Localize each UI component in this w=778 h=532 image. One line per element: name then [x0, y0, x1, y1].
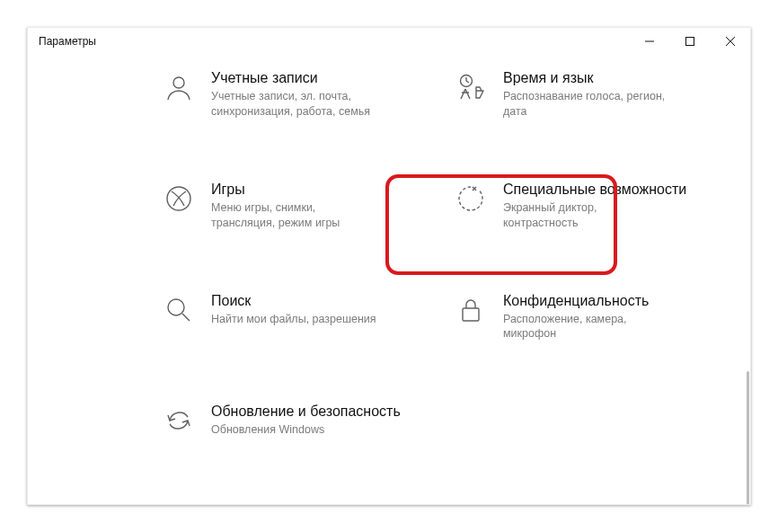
- category-desc: Распознавание голоса, регион, дата: [503, 89, 674, 120]
- category-title: Игры: [211, 181, 382, 199]
- window-title: Параметры: [39, 35, 96, 48]
- update-icon: [163, 404, 195, 437]
- search-icon: [163, 294, 195, 326]
- minimize-button[interactable]: [629, 28, 669, 55]
- category-desc: Расположение, камера, микрофон: [503, 312, 674, 342]
- svg-point-1: [173, 77, 184, 88]
- svg-point-3: [167, 187, 190, 210]
- lock-icon: [455, 294, 487, 326]
- category-desc: Найти мои файлы, разрешения: [211, 312, 376, 327]
- category-title: Обновление и безопасность: [211, 403, 401, 421]
- time-language-icon: [455, 71, 487, 103]
- scrollbar[interactable]: [743, 102, 750, 488]
- svg-point-4: [168, 299, 184, 315]
- category-title: Время и язык: [503, 69, 674, 87]
- category-title: Специальные возможности: [503, 181, 686, 199]
- category-update-security[interactable]: Обновление и безопасность Обновления Win…: [163, 397, 428, 443]
- category-gaming[interactable]: Игры Меню игры, снимки, трансляция, режи…: [163, 175, 428, 236]
- category-ease-of-access[interactable]: Специальные возможности Экранный диктор,…: [455, 175, 720, 236]
- scrollbar-thumb[interactable]: [747, 371, 749, 504]
- category-desc: Меню игры, снимки, трансляция, режим игр…: [211, 200, 382, 231]
- category-title: Конфиденциальность: [503, 292, 674, 310]
- xbox-icon: [163, 182, 195, 215]
- category-desc: Учетные записи, эл. почта, синхронизация…: [211, 89, 382, 120]
- category-title: Поиск: [211, 292, 376, 310]
- category-privacy[interactable]: Конфиденциальность Расположение, камера,…: [455, 287, 720, 348]
- category-accounts[interactable]: Учетные записи Учетные записи, эл. почта…: [163, 64, 428, 125]
- settings-content: Учетные записи Учетные записи, эл. почта…: [28, 55, 750, 504]
- maximize-button[interactable]: [669, 28, 710, 55]
- category-desc: Экранный диктор, контрастность: [503, 200, 674, 231]
- category-title: Учетные записи: [211, 69, 382, 87]
- settings-window: Параметры Учетные записи Учетные записи,…: [27, 27, 751, 505]
- category-desc: Обновления Windows: [211, 422, 382, 438]
- category-search[interactable]: Поиск Найти мои файлы, разрешения: [163, 287, 428, 348]
- svg-rect-5: [463, 308, 479, 321]
- svg-rect-0: [685, 38, 694, 46]
- close-button[interactable]: [710, 28, 750, 55]
- person-icon: [163, 71, 195, 103]
- ease-of-access-icon: [455, 182, 487, 215]
- titlebar: Параметры: [28, 28, 750, 55]
- category-time-language[interactable]: Время и язык Распознавание голоса, регио…: [455, 64, 720, 125]
